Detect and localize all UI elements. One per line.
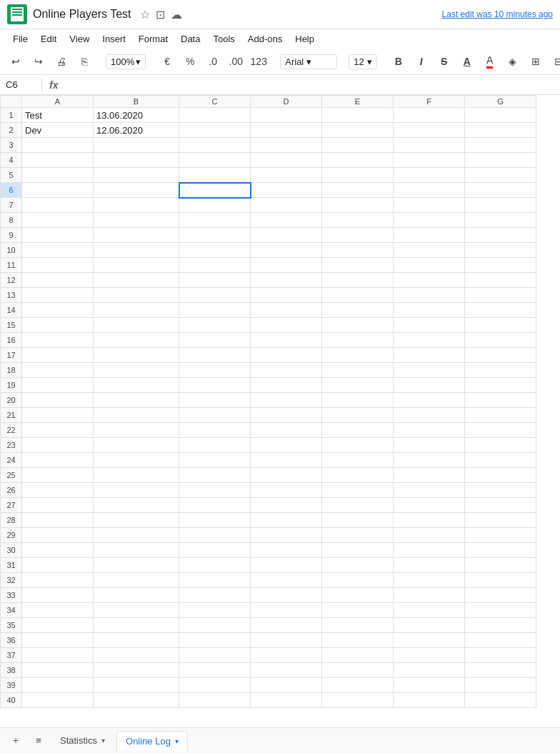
cell-G33[interactable] xyxy=(465,588,536,603)
cell-B14[interactable] xyxy=(94,303,179,318)
col-header-D[interactable]: D xyxy=(251,96,322,108)
document-title[interactable]: Online Players Test xyxy=(33,8,131,21)
cell-D21[interactable] xyxy=(251,408,322,423)
number-format-button[interactable]: 123 xyxy=(249,51,269,71)
cell-E40[interactable] xyxy=(322,693,394,708)
cell-E16[interactable] xyxy=(322,333,394,348)
cell-D33[interactable] xyxy=(251,588,322,603)
undo-button[interactable]: ↩ xyxy=(6,51,26,71)
cell-G38[interactable] xyxy=(465,663,536,678)
star-icon[interactable]: ☆ xyxy=(140,8,150,21)
cell-F34[interactable] xyxy=(394,603,465,618)
cell-D20[interactable] xyxy=(251,393,322,408)
row-number-34[interactable]: 34 xyxy=(1,603,22,618)
cell-D17[interactable] xyxy=(251,348,322,363)
cell-F2[interactable] xyxy=(394,123,465,138)
cell-E32[interactable] xyxy=(322,573,394,588)
cell-B23[interactable] xyxy=(94,438,179,453)
cell-C3[interactable] xyxy=(179,138,251,153)
cell-A35[interactable] xyxy=(22,618,94,633)
cell-B2[interactable]: 12.06.2020 xyxy=(94,123,179,138)
cell-D28[interactable] xyxy=(251,513,322,528)
cell-B9[interactable] xyxy=(94,228,179,243)
cell-E38[interactable] xyxy=(322,663,394,678)
cell-C20[interactable] xyxy=(179,393,251,408)
strikethrough-button[interactable]: S xyxy=(434,51,454,71)
row-number-22[interactable]: 22 xyxy=(1,423,22,438)
row-number-17[interactable]: 17 xyxy=(1,348,22,363)
cell-E11[interactable] xyxy=(322,258,394,273)
cell-B10[interactable] xyxy=(94,243,179,258)
cell-E27[interactable] xyxy=(322,498,394,513)
cell-G36[interactable] xyxy=(465,633,536,648)
menu-file[interactable]: File xyxy=(7,31,34,47)
cell-B15[interactable] xyxy=(94,318,179,333)
borders-button[interactable]: ⊞ xyxy=(526,51,546,71)
cell-C34[interactable] xyxy=(179,603,251,618)
row-number-3[interactable]: 3 xyxy=(1,138,22,153)
cell-F10[interactable] xyxy=(394,243,465,258)
cell-D2[interactable] xyxy=(251,123,322,138)
cell-F6[interactable] xyxy=(394,183,465,198)
cell-G22[interactable] xyxy=(465,423,536,438)
cell-A5[interactable] xyxy=(22,168,94,183)
cell-E21[interactable] xyxy=(322,408,394,423)
cell-A36[interactable] xyxy=(22,633,94,648)
cell-D12[interactable] xyxy=(251,273,322,288)
cell-B16[interactable] xyxy=(94,333,179,348)
cell-C7[interactable] xyxy=(179,198,251,213)
italic-button[interactable]: I xyxy=(411,51,431,71)
cell-D1[interactable] xyxy=(251,108,322,123)
sheet-grid[interactable]: A B C D E F G 1Test13.06.20202Dev12.06.2… xyxy=(0,95,560,727)
cell-G2[interactable] xyxy=(465,123,536,138)
cell-E34[interactable] xyxy=(322,603,394,618)
cell-G30[interactable] xyxy=(465,543,536,558)
cell-F40[interactable] xyxy=(394,693,465,708)
cell-D36[interactable] xyxy=(251,633,322,648)
cell-C37[interactable] xyxy=(179,648,251,663)
cell-E4[interactable] xyxy=(322,153,394,168)
cell-D6[interactable] xyxy=(251,183,322,198)
cell-E8[interactable] xyxy=(322,213,394,228)
cell-A21[interactable] xyxy=(22,408,94,423)
cell-G4[interactable] xyxy=(465,153,536,168)
cell-G3[interactable] xyxy=(465,138,536,153)
cell-E9[interactable] xyxy=(322,228,394,243)
cell-B6[interactable] xyxy=(94,183,179,198)
cell-reference[interactable]: C6 xyxy=(6,79,34,90)
last-edit-text[interactable]: Last edit was 10 minutes ago xyxy=(442,9,553,19)
cell-F20[interactable] xyxy=(394,393,465,408)
cell-B29[interactable] xyxy=(94,528,179,543)
cell-B25[interactable] xyxy=(94,468,179,483)
cell-G5[interactable] xyxy=(465,168,536,183)
row-number-40[interactable]: 40 xyxy=(1,693,22,708)
row-number-13[interactable]: 13 xyxy=(1,288,22,303)
cell-C18[interactable] xyxy=(179,363,251,378)
cell-G26[interactable] xyxy=(465,483,536,498)
cell-D13[interactable] xyxy=(251,288,322,303)
cell-F32[interactable] xyxy=(394,573,465,588)
cell-B18[interactable] xyxy=(94,363,179,378)
text-color-button[interactable]: A xyxy=(480,51,500,71)
cell-D18[interactable] xyxy=(251,363,322,378)
cell-D27[interactable] xyxy=(251,498,322,513)
row-number-15[interactable]: 15 xyxy=(1,318,22,333)
row-number-33[interactable]: 33 xyxy=(1,588,22,603)
cell-A22[interactable] xyxy=(22,423,94,438)
cell-F30[interactable] xyxy=(394,543,465,558)
cell-B30[interactable] xyxy=(94,543,179,558)
cell-F19[interactable] xyxy=(394,378,465,393)
cell-B17[interactable] xyxy=(94,348,179,363)
cell-F11[interactable] xyxy=(394,258,465,273)
cell-F35[interactable] xyxy=(394,618,465,633)
cell-A6[interactable] xyxy=(22,183,94,198)
cell-A1[interactable]: Test xyxy=(22,108,94,123)
cell-G23[interactable] xyxy=(465,438,536,453)
row-number-30[interactable]: 30 xyxy=(1,543,22,558)
cell-B38[interactable] xyxy=(94,663,179,678)
row-number-39[interactable]: 39 xyxy=(1,678,22,693)
cell-D34[interactable] xyxy=(251,603,322,618)
cell-F3[interactable] xyxy=(394,138,465,153)
cell-D39[interactable] xyxy=(251,678,322,693)
cell-C6[interactable] xyxy=(179,183,251,198)
